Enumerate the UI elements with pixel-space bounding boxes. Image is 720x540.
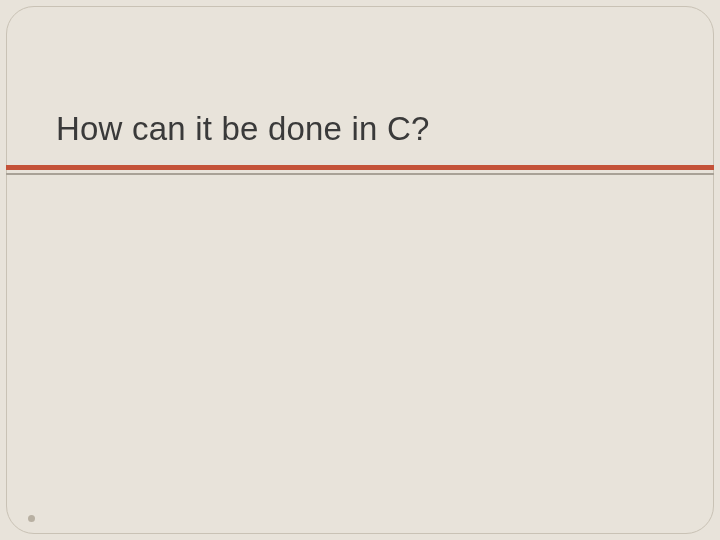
divider-accent-line bbox=[6, 165, 714, 170]
title-area: How can it be done in C? bbox=[56, 110, 680, 148]
slide-title: How can it be done in C? bbox=[56, 110, 680, 148]
divider-secondary-line bbox=[6, 173, 714, 175]
slide-frame bbox=[6, 6, 714, 534]
divider-group bbox=[6, 165, 714, 175]
footer-bullet-icon bbox=[28, 515, 35, 522]
